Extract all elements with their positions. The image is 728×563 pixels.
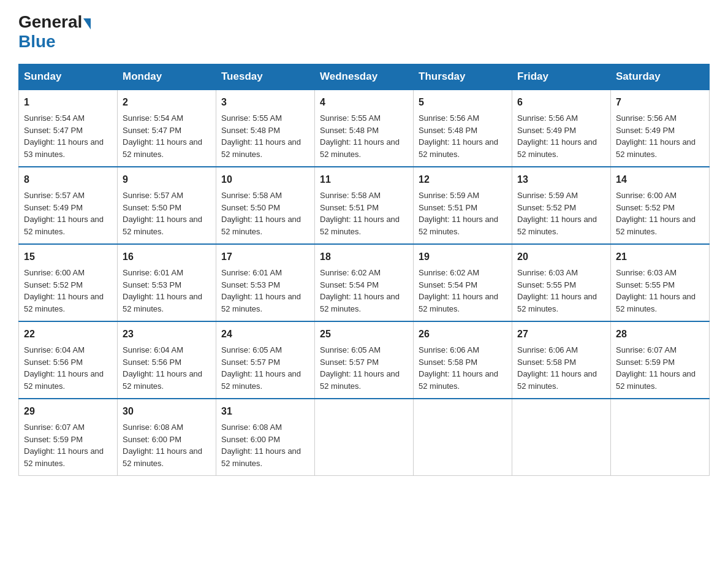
day-number: 13 [517,172,605,187]
calendar-day-cell: 26 Sunrise: 6:06 AM Sunset: 5:58 PM Dayl… [414,321,512,399]
calendar-day-cell [414,399,512,476]
calendar-body: 1 Sunrise: 5:54 AM Sunset: 5:47 PM Dayli… [19,90,710,476]
day-info: Sunrise: 6:04 AM Sunset: 5:56 PM Dayligh… [24,344,112,392]
day-of-week-header: Sunday [19,64,118,90]
calendar-day-cell: 9 Sunrise: 5:57 AM Sunset: 5:50 PM Dayli… [118,167,216,244]
calendar-day-cell: 18 Sunrise: 6:02 AM Sunset: 5:54 PM Dayl… [315,244,414,321]
calendar-day-cell [512,399,611,476]
calendar-day-cell: 29 Sunrise: 6:07 AM Sunset: 5:59 PM Dayl… [19,399,118,476]
calendar-day-cell [611,399,710,476]
day-number: 9 [123,172,211,187]
day-number: 17 [221,250,309,264]
day-info: Sunrise: 6:07 AM Sunset: 5:59 PM Dayligh… [616,344,704,392]
calendar-day-cell: 11 Sunrise: 5:58 AM Sunset: 5:51 PM Dayl… [315,167,414,244]
day-number: 29 [24,404,112,419]
day-number: 5 [419,95,507,110]
day-info: Sunrise: 6:01 AM Sunset: 5:53 PM Dayligh… [221,267,309,315]
day-number: 15 [24,250,112,264]
day-number: 1 [24,95,112,110]
calendar-day-cell [315,399,414,476]
day-number: 4 [320,95,408,110]
day-of-week-header: Tuesday [216,64,315,90]
page-header: General Blue [18,12,710,52]
day-number: 23 [123,327,211,342]
day-info: Sunrise: 6:03 AM Sunset: 5:55 PM Dayligh… [517,267,605,315]
day-number: 3 [221,95,309,110]
logo: General Blue [18,12,92,52]
calendar-day-cell: 13 Sunrise: 5:59 AM Sunset: 5:52 PM Dayl… [512,167,611,244]
day-info: Sunrise: 5:58 AM Sunset: 5:50 PM Dayligh… [221,190,309,237]
day-number: 6 [517,95,605,110]
calendar-day-cell: 14 Sunrise: 6:00 AM Sunset: 5:52 PM Dayl… [611,167,710,244]
day-info: Sunrise: 5:56 AM Sunset: 5:48 PM Dayligh… [419,112,507,160]
calendar-day-cell: 21 Sunrise: 6:03 AM Sunset: 5:55 PM Dayl… [611,244,710,321]
day-info: Sunrise: 6:01 AM Sunset: 5:53 PM Dayligh… [123,267,211,315]
day-info: Sunrise: 5:55 AM Sunset: 5:48 PM Dayligh… [320,112,408,160]
day-number: 7 [616,95,704,110]
calendar-day-cell: 15 Sunrise: 6:00 AM Sunset: 5:52 PM Dayl… [19,244,118,321]
logo-blue-text: Blue [18,32,56,52]
day-info: Sunrise: 6:06 AM Sunset: 5:58 PM Dayligh… [419,344,507,392]
day-info: Sunrise: 6:05 AM Sunset: 5:57 PM Dayligh… [221,344,309,392]
day-number: 11 [320,172,408,187]
day-info: Sunrise: 5:58 AM Sunset: 5:51 PM Dayligh… [320,190,408,237]
day-number: 16 [123,250,211,264]
day-info: Sunrise: 6:02 AM Sunset: 5:54 PM Dayligh… [320,267,408,315]
day-info: Sunrise: 5:57 AM Sunset: 5:50 PM Dayligh… [123,190,211,237]
day-number: 18 [320,250,408,264]
calendar-day-cell: 16 Sunrise: 6:01 AM Sunset: 5:53 PM Dayl… [118,244,216,321]
day-number: 2 [123,95,211,110]
day-number: 26 [419,327,507,342]
day-info: Sunrise: 5:55 AM Sunset: 5:48 PM Dayligh… [221,112,309,160]
calendar-day-cell: 3 Sunrise: 5:55 AM Sunset: 5:48 PM Dayli… [216,90,315,167]
day-number: 19 [419,250,507,264]
calendar-week-row: 22 Sunrise: 6:04 AM Sunset: 5:56 PM Dayl… [19,321,710,399]
day-number: 27 [517,327,605,342]
calendar-day-cell: 27 Sunrise: 6:06 AM Sunset: 5:58 PM Dayl… [512,321,611,399]
calendar-day-cell: 5 Sunrise: 5:56 AM Sunset: 5:48 PM Dayli… [414,90,512,167]
calendar-week-row: 1 Sunrise: 5:54 AM Sunset: 5:47 PM Dayli… [19,90,710,167]
calendar-header: SundayMondayTuesdayWednesdayThursdayFrid… [19,64,710,90]
calendar-day-cell: 28 Sunrise: 6:07 AM Sunset: 5:59 PM Dayl… [611,321,710,399]
day-number: 22 [24,327,112,342]
calendar-day-cell: 7 Sunrise: 5:56 AM Sunset: 5:49 PM Dayli… [611,90,710,167]
day-number: 14 [616,172,704,187]
days-of-week-row: SundayMondayTuesdayWednesdayThursdayFrid… [19,64,710,90]
calendar-day-cell: 17 Sunrise: 6:01 AM Sunset: 5:53 PM Dayl… [216,244,315,321]
day-number: 21 [616,250,704,264]
calendar-day-cell: 31 Sunrise: 6:08 AM Sunset: 6:00 PM Dayl… [216,399,315,476]
day-info: Sunrise: 5:56 AM Sunset: 5:49 PM Dayligh… [616,112,704,160]
calendar-day-cell: 22 Sunrise: 6:04 AM Sunset: 5:56 PM Dayl… [19,321,118,399]
calendar-table: SundayMondayTuesdayWednesdayThursdayFrid… [18,64,710,476]
calendar-day-cell: 25 Sunrise: 6:05 AM Sunset: 5:57 PM Dayl… [315,321,414,399]
day-info: Sunrise: 5:54 AM Sunset: 5:47 PM Dayligh… [123,112,211,160]
day-info: Sunrise: 6:08 AM Sunset: 6:00 PM Dayligh… [221,421,309,469]
calendar-day-cell: 10 Sunrise: 5:58 AM Sunset: 5:50 PM Dayl… [216,167,315,244]
day-info: Sunrise: 5:56 AM Sunset: 5:49 PM Dayligh… [517,112,605,160]
day-info: Sunrise: 5:57 AM Sunset: 5:49 PM Dayligh… [24,190,112,237]
calendar-week-row: 8 Sunrise: 5:57 AM Sunset: 5:49 PM Dayli… [19,167,710,244]
logo-arrow-icon [83,18,91,29]
day-info: Sunrise: 6:00 AM Sunset: 5:52 PM Dayligh… [24,267,112,315]
calendar-day-cell: 23 Sunrise: 6:04 AM Sunset: 5:56 PM Dayl… [118,321,216,399]
day-info: Sunrise: 6:00 AM Sunset: 5:52 PM Dayligh… [616,190,704,237]
day-number: 24 [221,327,309,342]
day-number: 8 [24,172,112,187]
calendar-week-row: 15 Sunrise: 6:00 AM Sunset: 5:52 PM Dayl… [19,244,710,321]
calendar-day-cell: 1 Sunrise: 5:54 AM Sunset: 5:47 PM Dayli… [19,90,118,167]
day-info: Sunrise: 5:54 AM Sunset: 5:47 PM Dayligh… [24,112,112,160]
calendar-week-row: 29 Sunrise: 6:07 AM Sunset: 5:59 PM Dayl… [19,399,710,476]
day-info: Sunrise: 6:03 AM Sunset: 5:55 PM Dayligh… [616,267,704,315]
day-number: 20 [517,250,605,264]
day-of-week-header: Saturday [611,64,710,90]
calendar-day-cell: 24 Sunrise: 6:05 AM Sunset: 5:57 PM Dayl… [216,321,315,399]
day-of-week-header: Monday [118,64,216,90]
day-info: Sunrise: 5:59 AM Sunset: 5:51 PM Dayligh… [419,190,507,237]
day-info: Sunrise: 6:05 AM Sunset: 5:57 PM Dayligh… [320,344,408,392]
day-number: 10 [221,172,309,187]
day-of-week-header: Thursday [414,64,512,90]
day-info: Sunrise: 6:06 AM Sunset: 5:58 PM Dayligh… [517,344,605,392]
day-number: 28 [616,327,704,342]
day-info: Sunrise: 6:08 AM Sunset: 6:00 PM Dayligh… [123,421,211,469]
calendar-day-cell: 12 Sunrise: 5:59 AM Sunset: 5:51 PM Dayl… [414,167,512,244]
